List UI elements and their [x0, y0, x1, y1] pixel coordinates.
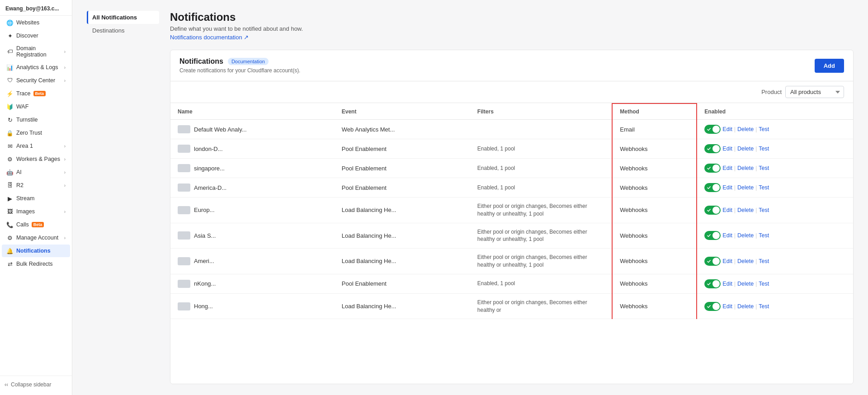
cpu-icon: 🤖	[6, 169, 14, 176]
action-test-3[interactable]: Test	[759, 184, 769, 191]
mail-icon: ✉	[6, 142, 14, 150]
database-icon: 🗄	[6, 182, 14, 189]
action-delete-3[interactable]: Delete	[737, 184, 754, 191]
action-test-8[interactable]: Test	[759, 303, 769, 310]
action-edit-5[interactable]: Edit	[722, 232, 732, 239]
action-delete-1[interactable]: Delete	[737, 146, 754, 152]
shuffle-icon: ⇄	[6, 260, 14, 268]
action-separator: |	[755, 258, 757, 264]
sidebar-item-bulk-redirects[interactable]: ⇄Bulk Redirects	[2, 258, 70, 270]
action-edit-8[interactable]: Edit	[722, 303, 732, 310]
cell-name-4: Europ...	[170, 198, 335, 223]
page-title: Notifications	[170, 11, 854, 24]
sub-nav-item-all-notifications[interactable]: All Notifications	[87, 11, 159, 24]
page-description: Define what you want to be notified abou…	[170, 25, 854, 32]
action-test-0[interactable]: Test	[759, 126, 769, 132]
avatar-placeholder	[178, 125, 190, 133]
cell-filters-3: Enabled, 1 pool	[470, 178, 612, 198]
notifications-table-wrap: NameEventFiltersMethodEnabled Default We…	[170, 103, 853, 384]
cell-name-3: America-D...	[170, 178, 335, 198]
notification-name-7: nKong...	[194, 280, 216, 287]
action-delete-5[interactable]: Delete	[737, 232, 754, 239]
action-separator: |	[734, 165, 736, 171]
collapse-sidebar-button[interactable]: ‹‹ Collapse sidebar	[0, 379, 72, 390]
sidebar-item-area1[interactable]: ✉Area 1›	[2, 140, 70, 152]
sidebar-item-websites[interactable]: 🌐Websites	[2, 16, 70, 29]
sidebar-item-workers-pages[interactable]: ⚙Workers & Pages›	[2, 153, 70, 165]
toggle-enabled-2[interactable]	[704, 164, 721, 173]
action-test-4[interactable]: Test	[759, 207, 769, 213]
sidebar-item-turnstile[interactable]: ↻Turnstile	[2, 113, 70, 126]
chevron-icon-images: ›	[64, 209, 66, 214]
action-delete-7[interactable]: Delete	[737, 281, 754, 287]
sidebar-item-label-zero-trust: Zero Trust	[16, 130, 42, 136]
col-header-method: Method	[612, 103, 697, 120]
sub-nav-item-destinations[interactable]: Destinations	[87, 24, 159, 37]
action-separator: |	[734, 146, 736, 152]
product-filter-select[interactable]: All productsWAFLoad BalancingWeb Analyti…	[785, 86, 844, 98]
doc-badge[interactable]: Documentation	[228, 58, 269, 65]
card-title-row: Notifications Documentation	[179, 57, 300, 66]
sidebar-item-discover[interactable]: ✦Discover	[2, 29, 70, 42]
action-edit-4[interactable]: Edit	[722, 207, 732, 213]
add-notification-button[interactable]: Add	[815, 59, 844, 73]
card-header-left: Notifications Documentation Create notif…	[179, 57, 300, 74]
sidebar-item-notifications[interactable]: 🔔Notifications	[2, 245, 70, 257]
sidebar-item-zero-trust[interactable]: 🔒Zero Trust	[2, 127, 70, 139]
sidebar-item-calls[interactable]: 📞CallsBeta	[2, 218, 70, 231]
action-delete-6[interactable]: Delete	[737, 258, 754, 264]
sidebar-item-waf[interactable]: 🔰WAF	[2, 100, 70, 113]
sidebar-item-ai[interactable]: 🤖AI›	[2, 166, 70, 179]
cell-filters-7: Enabled, 1 pool	[470, 274, 612, 293]
toggle-enabled-3[interactable]	[704, 183, 721, 192]
action-delete-8[interactable]: Delete	[737, 303, 754, 310]
toggle-enabled-6[interactable]	[704, 257, 721, 266]
cell-name-2: singapore...	[170, 159, 335, 178]
sidebar-item-trace[interactable]: ⚡TraceBeta	[2, 87, 70, 100]
main-panel: Notifications Define what you want to be…	[170, 11, 854, 384]
chevron-icon-area1: ›	[64, 144, 66, 149]
cell-method-2: Webhooks	[612, 159, 697, 178]
toggle-enabled-5[interactable]	[704, 231, 721, 240]
toggle-enabled-0[interactable]	[704, 125, 721, 134]
toggle-enabled-7[interactable]	[704, 279, 721, 288]
notifications-card: Notifications Documentation Create notif…	[170, 50, 854, 384]
action-test-1[interactable]: Test	[759, 146, 769, 152]
sidebar-item-label-area1: Area 1	[16, 143, 33, 149]
action-separator: |	[755, 146, 757, 152]
action-edit-6[interactable]: Edit	[722, 258, 732, 264]
sidebar-item-analytics-logs[interactable]: 📊Analytics & Logs›	[2, 61, 70, 74]
sidebar-item-stream[interactable]: ▶Stream	[2, 192, 70, 205]
sidebar-item-label-waf: WAF	[16, 103, 28, 110]
action-test-6[interactable]: Test	[759, 258, 769, 264]
action-edit-2[interactable]: Edit	[722, 165, 732, 171]
action-delete-4[interactable]: Delete	[737, 207, 754, 213]
toggle-enabled-1[interactable]	[704, 144, 721, 153]
action-edit-3[interactable]: Edit	[722, 184, 732, 191]
action-edit-0[interactable]: Edit	[722, 126, 732, 132]
action-edit-7[interactable]: Edit	[722, 281, 732, 287]
sidebar-item-images[interactable]: 🖼Images›	[2, 205, 70, 218]
cell-event-6: Load Balancing He...	[335, 249, 470, 274]
doc-link[interactable]: Notifications documentation ↗	[170, 34, 249, 41]
sidebar-item-manage-account[interactable]: ⚙Manage Account›	[2, 231, 70, 244]
sidebar-item-domain-registration[interactable]: 🏷Domain Registration›	[2, 42, 70, 61]
action-test-7[interactable]: Test	[759, 281, 769, 287]
avatar-placeholder	[178, 302, 190, 310]
cell-event-5: Load Balancing He...	[335, 223, 470, 249]
action-delete-0[interactable]: Delete	[737, 126, 754, 132]
sidebar-item-label-trace: Trace	[16, 90, 31, 97]
action-test-2[interactable]: Test	[759, 165, 769, 171]
table-row: Asia S...Load Balancing He...Either pool…	[170, 223, 853, 249]
avatar-placeholder	[178, 183, 190, 192]
sidebar-item-label-turnstile: Turnstile	[16, 117, 38, 123]
sidebar-item-security-center[interactable]: 🛡Security Center›	[2, 74, 70, 87]
action-test-5[interactable]: Test	[759, 232, 769, 239]
toggle-enabled-4[interactable]	[704, 206, 721, 215]
action-edit-1[interactable]: Edit	[722, 146, 732, 152]
play-circle-icon: ▶	[6, 195, 14, 202]
sidebar-item-r2[interactable]: 🗄R2›	[2, 179, 70, 192]
action-delete-2[interactable]: Delete	[737, 165, 754, 171]
toggle-enabled-8[interactable]	[704, 302, 721, 311]
chevron-icon-ai: ›	[64, 170, 66, 175]
